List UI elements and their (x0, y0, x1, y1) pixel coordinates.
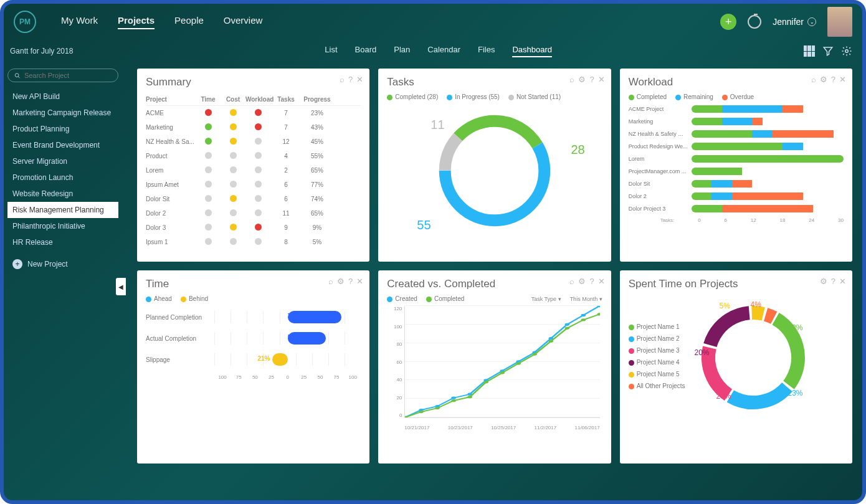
time-row: Planned Completion73% (146, 311, 361, 323)
legend-item: Completed (426, 295, 464, 302)
grid-view-icon[interactable] (804, 45, 815, 57)
tab-files[interactable]: Files (478, 45, 495, 57)
project-sidebar: New API BuildMarketing Campaign ReleaseP… (4, 62, 122, 500)
tab-list[interactable]: List (325, 45, 337, 57)
sidebar-project-item[interactable]: Website Redesign (7, 186, 118, 202)
svg-point-24 (500, 371, 505, 374)
svg-point-26 (533, 353, 537, 355)
table-row[interactable]: Ipsum Amet677% (146, 178, 361, 192)
svg-point-22 (468, 396, 472, 398)
svg-point-21 (452, 399, 456, 402)
task-type-filter[interactable]: Task Type ▾ (531, 296, 561, 302)
workload-row: Dolor Sit (629, 180, 844, 188)
add-button[interactable]: + (720, 14, 736, 30)
table-row[interactable]: Ipsum 185% (146, 235, 361, 249)
search-icon[interactable]: ⌕ (811, 75, 816, 84)
tab-dashboard[interactable]: Dashboard (512, 45, 552, 57)
svg-point-15 (565, 323, 569, 326)
pie-label: 4% (750, 300, 761, 309)
search-input[interactable] (7, 69, 118, 82)
chevron-down-icon: ⌄ (807, 17, 816, 26)
timer-icon[interactable] (748, 15, 761, 29)
table-row[interactable]: Dolor Sit674% (146, 192, 361, 206)
settings-icon[interactable]: ⚙ (820, 75, 827, 84)
close-icon[interactable]: ✕ (839, 277, 846, 286)
user-menu[interactable]: Jennifer ⌄ (773, 17, 816, 27)
settings-icon[interactable]: ⚙ (578, 277, 586, 286)
help-icon[interactable]: ? (831, 277, 835, 286)
legend-item: Ahead (146, 295, 172, 302)
table-row[interactable]: Lorem265% (146, 163, 361, 178)
legend-item: All Other Projects (629, 383, 685, 389)
close-icon[interactable]: ✕ (356, 75, 363, 84)
workload-row: ProjectManager.com ... (629, 168, 844, 175)
date-range-filter[interactable]: This Month ▾ (570, 296, 602, 302)
summary-card: ⌕?✕ Summary ProjectTimeCostWorkloadTasks… (137, 69, 369, 262)
sidebar-project-item[interactable]: Risk Management Planning (7, 202, 118, 218)
pie-label: 5% (719, 302, 730, 310)
close-icon[interactable]: ✕ (839, 75, 846, 84)
search-icon[interactable]: ⌕ (340, 75, 345, 84)
sidebar-project-item[interactable]: Philanthropic Initiative (7, 218, 118, 234)
workload-row: Lorem (629, 155, 844, 163)
settings-icon[interactable]: ⚙ (337, 277, 345, 286)
close-icon[interactable]: ✕ (598, 75, 605, 84)
help-icon[interactable]: ? (589, 277, 594, 286)
user-name: Jennifer (773, 17, 804, 27)
context-label: Gantt for July 2018 (4, 47, 73, 55)
plus-icon: + (12, 259, 22, 269)
new-project-button[interactable]: + New Project (7, 254, 118, 274)
sidebar-project-item[interactable]: Event Brand Development (7, 137, 118, 153)
settings-icon[interactable] (841, 45, 852, 57)
collapse-sidebar-button[interactable]: ◀ (116, 278, 126, 295)
nav-projects[interactable]: Projects (118, 15, 155, 29)
donut-label-inprogress: 55 (417, 218, 431, 232)
avatar[interactable] (827, 7, 852, 37)
tab-calendar[interactable]: Calendar (427, 45, 460, 57)
legend-item: Overdue (722, 93, 754, 100)
legend-item: Not Started (11) (508, 93, 561, 100)
sidebar-project-item[interactable]: Promotion Launch (7, 169, 118, 186)
search-icon[interactable]: ⌕ (569, 277, 574, 286)
sidebar-project-item[interactable]: Marketing Campaign Release (7, 105, 118, 121)
table-row[interactable]: Dolor 399% (146, 221, 361, 235)
svg-point-23 (484, 381, 488, 383)
time-row: Slippage21% (146, 353, 361, 366)
legend-item: Completed (28) (387, 93, 438, 100)
tasks-donut-chart (429, 105, 560, 236)
table-row[interactable]: Marketing743% (146, 120, 361, 135)
svg-point-19 (419, 411, 424, 413)
table-row[interactable]: NZ Health & Sa...1245% (146, 135, 361, 149)
workload-row: Product Redesign We... (629, 143, 844, 150)
svg-point-16 (581, 314, 586, 316)
spent-time-card: ⚙?✕ Spent Time on Projects Project Name … (620, 270, 852, 464)
help-icon[interactable]: ? (348, 75, 353, 84)
close-icon[interactable]: ✕ (356, 277, 363, 286)
help-icon[interactable]: ? (348, 277, 353, 286)
nav-my-work[interactable]: My Work (61, 15, 98, 29)
table-row[interactable]: ACME723% (146, 106, 361, 120)
sidebar-project-item[interactable]: HR Release (7, 234, 118, 250)
nav-people[interactable]: People (174, 15, 204, 29)
close-icon[interactable]: ✕ (598, 277, 605, 286)
search-icon[interactable]: ⌕ (569, 75, 574, 84)
search-icon[interactable]: ⌕ (328, 277, 333, 286)
sidebar-project-item[interactable]: Product Planning (7, 121, 118, 137)
view-tabs: ListBoardPlanCalendarFilesDashboard (325, 45, 552, 57)
app-logo[interactable]: PM (14, 11, 36, 33)
pie-label: 20% (716, 392, 731, 401)
help-icon[interactable]: ? (831, 75, 835, 84)
help-icon[interactable]: ? (589, 75, 594, 84)
tab-plan[interactable]: Plan (394, 45, 410, 57)
settings-icon[interactable]: ⚙ (578, 75, 586, 84)
settings-icon[interactable]: ⚙ (820, 277, 827, 286)
donut-label-completed: 28 (571, 143, 584, 157)
table-row[interactable]: Dolor 21165% (146, 206, 361, 221)
nav-overview[interactable]: Overview (224, 15, 263, 29)
tab-board[interactable]: Board (355, 45, 377, 57)
sidebar-project-item[interactable]: Server Migration (7, 153, 118, 169)
sidebar-project-item[interactable]: New API Build (7, 88, 118, 105)
svg-point-25 (516, 362, 521, 364)
filter-icon[interactable] (822, 45, 834, 57)
table-row[interactable]: Product455% (146, 149, 361, 163)
